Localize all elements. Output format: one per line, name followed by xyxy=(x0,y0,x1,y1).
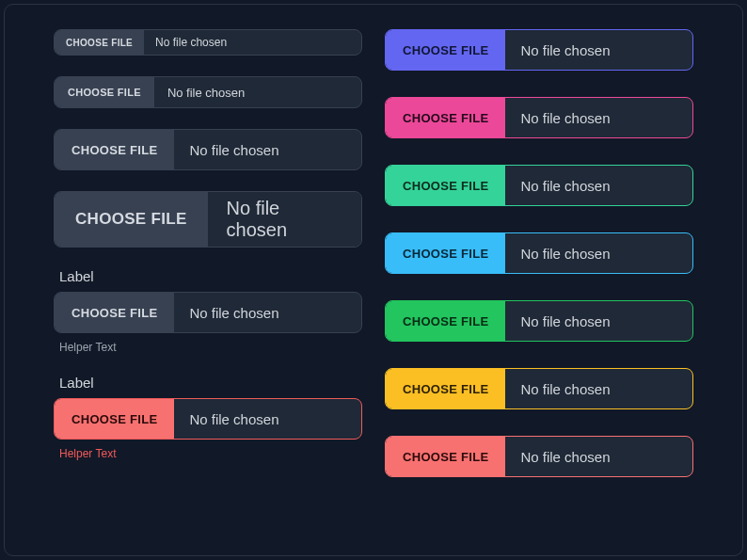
field-label: Label xyxy=(59,268,362,284)
field-label: Label xyxy=(59,375,362,391)
choose-file-button[interactable]: Choose File xyxy=(55,399,174,439)
file-input-lg[interactable]: Choose File No file chosen xyxy=(54,191,362,248)
file-status-text: No file chosen xyxy=(174,130,294,169)
left-column: Choose File No file chosen Choose File N… xyxy=(54,29,362,531)
choose-file-button[interactable]: Choose File xyxy=(386,166,505,205)
helper-text-danger: Helper Text xyxy=(59,447,362,460)
choose-file-button[interactable]: Choose File xyxy=(386,437,505,476)
file-status-text: No file chosen xyxy=(505,98,625,137)
choose-file-button[interactable]: Choose File xyxy=(386,301,505,341)
file-input-sm[interactable]: Choose File No file chosen xyxy=(54,76,362,108)
file-input-teal[interactable]: Choose File No file chosen xyxy=(385,165,693,206)
file-input-danger-labeled: Label Choose File No file chosen Helper … xyxy=(54,375,362,460)
file-status-text: No file chosen xyxy=(505,233,625,273)
file-input-indigo[interactable]: Choose File No file chosen xyxy=(385,29,693,71)
file-status-text: No file chosen xyxy=(505,301,625,341)
right-column: Choose File No file chosen Choose File N… xyxy=(385,29,693,531)
file-input-xs[interactable]: Choose File No file chosen xyxy=(54,29,362,56)
file-input-green[interactable]: Choose File No file chosen xyxy=(385,300,693,342)
choose-file-button[interactable]: Choose File xyxy=(55,293,174,332)
showcase-container: Choose File No file chosen Choose File N… xyxy=(4,4,743,556)
choose-file-button[interactable]: Choose File xyxy=(386,233,505,273)
file-input-amber[interactable]: Choose File No file chosen xyxy=(385,368,693,409)
file-status-text: No file chosen xyxy=(505,437,625,476)
file-input-red[interactable]: Choose File No file chosen xyxy=(385,436,693,477)
choose-file-button[interactable]: Choose File xyxy=(55,130,174,169)
helper-text: Helper Text xyxy=(59,341,362,354)
file-status-text: No file chosen xyxy=(174,293,294,332)
file-input-sky[interactable]: Choose File No file chosen xyxy=(385,232,693,274)
file-status-text: No file chosen xyxy=(505,30,625,70)
file-input-pink[interactable]: Choose File No file chosen xyxy=(385,97,693,138)
file-status-text: No file chosen xyxy=(144,30,238,55)
choose-file-button[interactable]: Choose File xyxy=(386,30,505,70)
file-status-text: No file chosen xyxy=(505,369,625,408)
choose-file-button[interactable]: Choose File xyxy=(55,77,154,107)
file-input-md-labeled[interactable]: Choose File No file chosen xyxy=(54,292,362,333)
file-input-labeled: Label Choose File No file chosen Helper … xyxy=(54,268,362,354)
choose-file-button[interactable]: Choose File xyxy=(55,30,144,55)
file-status-text: No file chosen xyxy=(174,399,294,439)
file-status-text: No file chosen xyxy=(208,192,361,247)
file-status-text: No file chosen xyxy=(505,166,625,205)
choose-file-button[interactable]: Choose File xyxy=(55,192,208,247)
file-status-text: No file chosen xyxy=(154,77,258,107)
file-input-md[interactable]: Choose File No file chosen xyxy=(54,129,362,170)
choose-file-button[interactable]: Choose File xyxy=(386,98,505,137)
choose-file-button[interactable]: Choose File xyxy=(386,369,505,408)
file-input-md-danger[interactable]: Choose File No file chosen xyxy=(54,398,362,440)
